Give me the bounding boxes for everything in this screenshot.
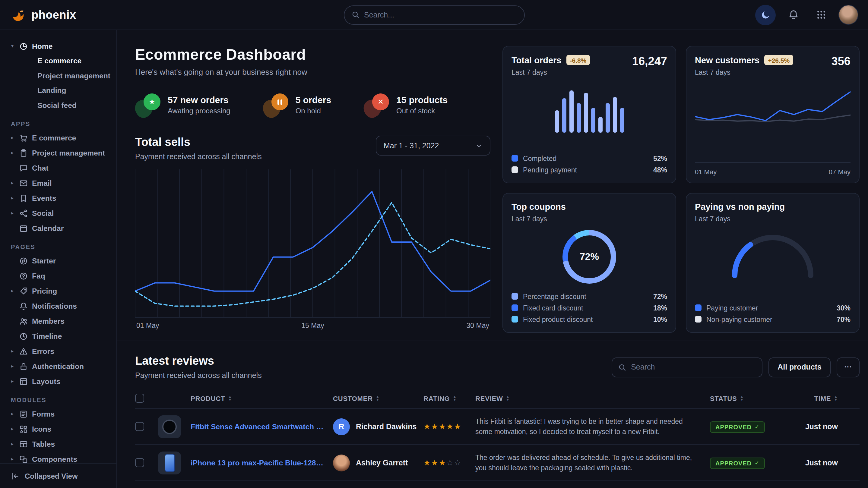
sidebar-item-notifications[interactable]: Notifications [6,298,111,314]
global-search[interactable] [343,5,525,24]
reviews-search-input[interactable] [631,363,756,371]
legend-swatch [512,293,518,300]
sidebar-item-e-commerce[interactable]: ▸E commerce [6,130,111,145]
row-checkbox[interactable] [135,422,144,431]
star-icon: ★ [424,458,431,467]
legend-swatch [695,304,702,311]
sidebar-subitem-e-commerce[interactable]: E commerce [6,54,111,68]
sidebar-section-label-apps: APPS [11,121,111,127]
sidebar-item-timeline[interactable]: Timeline [6,329,111,344]
sidebar-item-label: Layouts [32,377,60,386]
column-header-review[interactable]: REVIEW▲▼ [475,395,710,402]
select-all-checkbox[interactable] [135,394,144,403]
collapse-view-button[interactable]: Collapsed View [0,463,116,488]
product-link[interactable]: iPhone 13 pro max-Pacific Blue-128GB sto… [191,458,333,467]
more-options-button[interactable]: ··· [837,357,860,377]
main-content: Ecommerce Dashboard Here's what's going … [117,30,868,488]
star-icon: ★ [446,422,454,431]
page-subtitle: Here's what's going on at your business … [135,67,490,76]
sidebar-item-label: Calendar [32,224,64,232]
product-link[interactable]: Fitbit Sense Advanced Smartwatch with To… [191,422,333,431]
total-orders-bar-chart [512,83,667,133]
sidebar-item-social[interactable]: ▸Social [6,205,111,221]
sort-icon: ▲▼ [228,395,232,401]
sidebar-item-events[interactable]: ▸Events [6,191,111,205]
top-coupons-card: Top coupons Last 7 days 72% Percentage d… [502,193,676,333]
sidebar-item-components[interactable]: ▸Components [6,452,111,463]
sidebar-item-icons[interactable]: ▸Icons [6,421,111,436]
sidebar-item-calendar[interactable]: Calendar [6,221,111,236]
lock-icon [19,362,28,370]
sort-icon: ▲▼ [453,395,457,401]
sidebar-item-errors[interactable]: ▸Errors [6,344,111,359]
bar [562,98,566,133]
watch-face [162,419,177,434]
bar [555,110,559,133]
sidebar-item-label: Email [32,179,52,187]
column-header-rating[interactable]: RATING▲▼ [424,395,475,402]
caret-icon: ▸ [10,349,15,354]
paying-legend: Paying customer30%Non-paying customer70% [695,302,850,325]
all-products-button[interactable]: All products [769,357,831,377]
sidebar-subitem-project-management[interactable]: Project management [6,68,111,83]
latest-reviews-section: Latest reviews Payment received across a… [117,341,868,488]
sidebar-item-label: Social [32,209,54,217]
reviews-table-body: Fitbit Sense Advanced Smartwatch with To… [135,409,860,488]
user-avatar[interactable] [838,5,858,25]
top-coupons-title: Top coupons [512,202,566,212]
sidebar-item-members[interactable]: Members [6,314,111,329]
date-range-select[interactable]: Mar 1 - 31, 2022 [376,136,490,156]
legend-value: 10% [653,316,667,323]
sidebar-item-label: Errors [32,347,54,355]
new-customers-period: Last 7 days [695,69,793,76]
stat-caption: Awating processing [168,107,230,115]
legend-label: Percentage discount [523,293,586,300]
review-text: This Fitbit is fantastic! I was trying t… [475,417,710,436]
topbar: phoenix [0,0,868,30]
sidebar-item-starter[interactable]: Starter [6,253,111,268]
sidebar-item-project-management[interactable]: ▸Project management [6,145,111,160]
sidebar-item-label: Timeline [32,332,62,340]
sort-icon: ▲▼ [834,395,838,401]
sidebar-subitem-landing[interactable]: Landing [6,83,111,98]
phone-body [164,454,175,472]
theme-toggle-button[interactable] [755,4,776,25]
latest-reviews-subtitle: Payment received across all channels [135,371,262,380]
column-header-product[interactable]: PRODUCT▲▼ [191,395,333,402]
sidebar-item-chat[interactable]: Chat [6,160,111,175]
sidebar-item-home[interactable]: ▾Home [6,39,111,54]
latest-reviews-title: Latest reviews [135,355,262,368]
moon-icon [760,10,771,20]
apps-menu-button[interactable] [811,4,831,25]
notifications-button[interactable] [783,4,803,25]
global-search-input[interactable] [364,10,517,19]
column-header-customer[interactable]: CUSTOMER▲▼ [333,395,424,402]
donut-center-label: 72% [560,227,619,286]
total-sells-subtitle: Payment received across all channels [135,153,262,161]
row-checkbox[interactable] [135,458,144,467]
sidebar-item-label: Tables [32,440,55,448]
new-customers-title: New customers [695,55,760,65]
brand[interactable]: phoenix [11,7,117,23]
sidebar-item-pricing[interactable]: ▸Pricing [6,283,111,298]
sidebar-item-authentication[interactable]: ▸Authentication [6,359,111,374]
sidebar-item-forms[interactable]: ▸Forms [6,406,111,421]
sidebar-item-layouts[interactable]: ▸Layouts [6,374,111,389]
reviews-search[interactable] [612,357,763,377]
sidebar-item-email[interactable]: ▸Email [6,175,111,191]
sidebar-item-faq[interactable]: Faq [6,268,111,283]
table-row: Fitbit Sense Advanced Smartwatch with To… [135,409,860,445]
column-header-label: CUSTOMER [333,395,373,402]
sidebar-item-tables[interactable]: ▸Tables [6,436,111,452]
dashboard-top: Ecommerce Dashboard Here's what's going … [117,30,868,341]
form-icon [19,410,28,418]
column-header-time[interactable]: TIME▲▼ [783,395,838,402]
caret-icon: ▸ [10,195,15,201]
apps-grid-icon [816,10,826,20]
sidebar-subitem-social-feed[interactable]: Social feed [6,98,111,113]
caret-icon: ▸ [10,441,15,447]
legend-value: 52% [653,155,667,162]
calendar-icon [19,224,28,232]
column-header-status[interactable]: STATUS▲▼ [710,395,783,402]
table-icon [19,440,28,448]
